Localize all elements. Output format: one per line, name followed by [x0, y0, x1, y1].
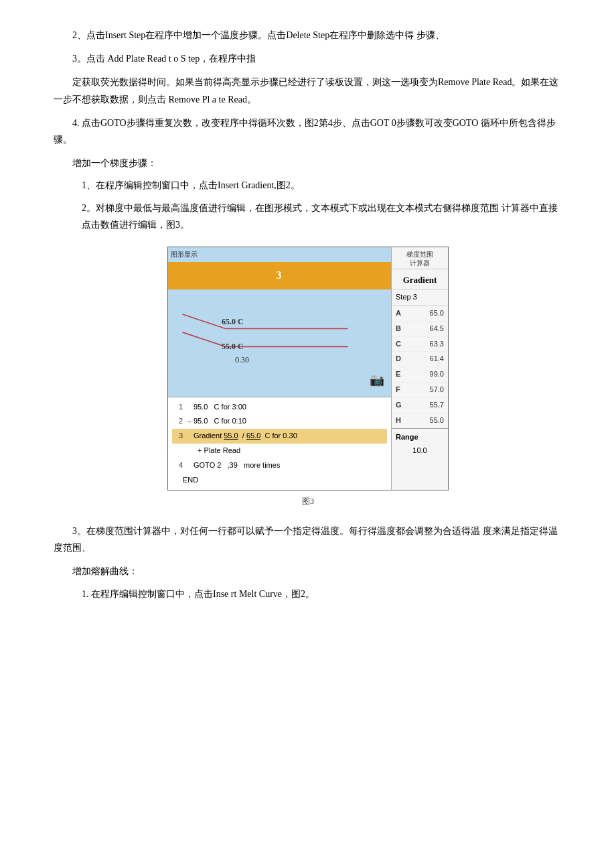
diagram-graph-area: 65.0 C 55.0 C 0.30 📷 — [168, 289, 391, 397]
gradient-row-G: G 55.7 — [392, 398, 448, 413]
page-content: 2、点击Insert Step在程序中增加一个温度步骤。点击Delete Ste… — [54, 27, 562, 602]
diagram-wrapper: 图形显示 3 65.0 C — [167, 247, 449, 491]
paragraph-1: 2、点击Insert Step在程序中增加一个温度步骤。点击Delete Ste… — [54, 27, 562, 44]
diagram-caption: 图3 — [302, 495, 314, 509]
section-title-gradient: 增加一个梯度步骤： — [72, 155, 562, 172]
svg-line-2 — [182, 332, 225, 346]
step-row-2: 2 → 95.0 C for 0:10 — [172, 414, 387, 429]
paragraph-4: 4. 点击GOTO步骤得重复次数，改变程序中得循环次数，图2第4步、点击GOT … — [54, 115, 562, 148]
gradient-row-B: B 64.5 — [392, 322, 448, 337]
sub-item-melt-1: 1. 在程序编辑控制窗口中，点击Inse rt Melt Curve，图2。 — [82, 586, 562, 602]
diagram-sidebar: 梯度范围计算器 Gradient Step 3 A 65.0 B 64.5 C … — [391, 247, 448, 490]
step-row-1: 1 95.0 C for 3:00 — [172, 400, 387, 415]
diagram-container: 图形显示 3 65.0 C — [167, 247, 449, 509]
step-row-plate: + Plate Read — [172, 444, 387, 458]
range-label: Range — [396, 431, 444, 444]
paragraph-2: 3。点击 Add Plate Read t o S tep，在程序中指 — [54, 50, 562, 67]
range-val: 10.0 — [396, 444, 444, 458]
section-title-melt: 增加熔解曲线： — [72, 563, 562, 580]
gradient-row-C: C 63.3 — [392, 337, 448, 352]
step-list: 1 95.0 C for 3:00 2 → 95.0 C for 0:10 3 … — [168, 397, 391, 490]
temp-label-high: 65.0 C — [222, 315, 244, 330]
diagram-header-bar: 3 — [168, 262, 391, 289]
step-row-4: 4 GOTO 2 ,39 more times — [172, 458, 387, 473]
graph-svg — [168, 289, 391, 397]
gradient-row-D: D 61.4 — [392, 352, 448, 367]
gradient-row-A: A 65.0 — [392, 306, 448, 322]
diagram-top-labels: 图形显示 — [168, 247, 391, 262]
gradient-title: Gradient — [392, 269, 448, 289]
step-row-3: 3 Gradient 55.0 / 65.0 C for 0.30 — [172, 429, 387, 444]
gradient-row-E: E 99.0 — [392, 367, 448, 383]
temp-label-low: 55.0 C — [222, 340, 244, 354]
range-section: Range 10.0 — [392, 428, 448, 460]
time-label: 0.30 — [235, 353, 249, 368]
step-end: END — [172, 473, 387, 488]
paragraph-3: 定获取荧光数据得时间。如果当前得高亮显示步骤已经进行了读板设置，则这一选项变为R… — [54, 74, 562, 107]
camera-icon: 📷 — [370, 369, 384, 391]
gradient-row-F: F 57.0 — [392, 383, 448, 398]
diagram-main: 图形显示 3 65.0 C — [168, 247, 391, 490]
svg-line-0 — [182, 314, 225, 328]
paragraph-8: 3。在梯度范围计算器中，对任何一行都可以赋予一个指定得温度。每行得温度都会调整为… — [54, 523, 562, 556]
gradient-step-label: Step 3 — [392, 289, 448, 306]
sub-item-1: 1、在程序编辑控制窗口中，点击Insert Gradient,图2。 — [82, 177, 562, 194]
sidebar-top-label: 梯度范围计算器 — [392, 247, 448, 269]
sub-item-2: 2。对梯度中最低与最高温度值进行编辑，在图形模式，文本模式下或出现在文本模式右侧… — [82, 200, 562, 233]
gradient-row-H: H 55.0 — [392, 413, 448, 429]
graph-display-label: 图形显示 — [171, 249, 198, 261]
